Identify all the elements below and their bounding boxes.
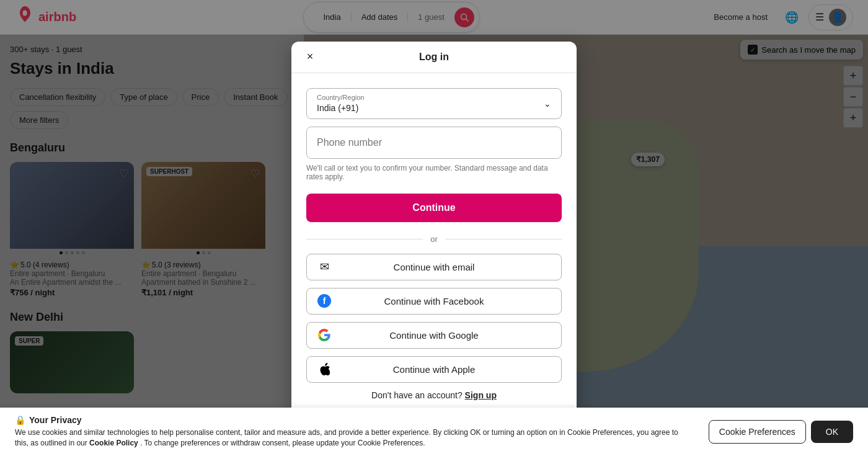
signup-text: Don't have an account? Sign up: [306, 390, 562, 400]
cookie-ok-button[interactable]: OK: [811, 421, 853, 443]
phone-note: We'll call or text you to confirm your n…: [306, 164, 562, 181]
login-modal: × Log in Country/Region India (+91) ⌄ We…: [291, 42, 577, 415]
chevron-down-icon: ⌄: [544, 99, 551, 109]
email-button-label: Continue with email: [317, 262, 551, 272]
divider-text: or: [430, 235, 438, 244]
apple-icon: [317, 362, 332, 377]
divider-line-right: [445, 239, 562, 239]
country-selector[interactable]: Country/Region India (+91) ⌄: [306, 88, 562, 119]
or-divider: or: [306, 235, 562, 244]
cookie-header: 🔒 Your Privacy: [15, 415, 694, 425]
facebook-button-label: Continue with Facebook: [317, 296, 551, 306]
cookie-text: We use cookies and similar technologies …: [15, 427, 694, 449]
continue-button[interactable]: Continue: [306, 194, 562, 222]
modal-close-button[interactable]: ×: [301, 48, 319, 66]
country-value: India (+91): [317, 103, 358, 113]
modal-title: Log in: [419, 51, 449, 63]
cookie-policy-link[interactable]: Cookie Policy: [89, 439, 138, 447]
continue-apple-button[interactable]: Continue with Apple: [306, 356, 562, 383]
facebook-icon: f: [317, 293, 332, 308]
apple-button-label: Continue with Apple: [317, 364, 551, 375]
phone-input[interactable]: [307, 127, 561, 158]
cookie-bar: 🔒 Your Privacy We use cookies and simila…: [0, 408, 868, 456]
continue-facebook-button[interactable]: f Continue with Facebook: [306, 288, 562, 315]
modal-body: Country/Region India (+91) ⌄ We'll call …: [291, 73, 577, 415]
continue-email-button[interactable]: ✉ Continue with email: [306, 254, 562, 280]
divider-line-left: [306, 239, 423, 239]
email-icon: ✉: [317, 259, 332, 274]
signup-link[interactable]: Sign up: [465, 390, 497, 400]
cookie-preferences-button[interactable]: Cookie Preferences: [709, 420, 806, 444]
lock-icon: 🔒: [15, 415, 25, 425]
continue-google-button[interactable]: Continue with Google: [306, 322, 562, 349]
cookie-buttons: Cookie Preferences OK: [709, 420, 853, 444]
phone-input-wrapper: [306, 127, 562, 159]
cookie-content: 🔒 Your Privacy We use cookies and simila…: [15, 415, 694, 449]
google-button-label: Continue with Google: [317, 330, 551, 341]
modal-header: × Log in: [291, 42, 577, 73]
google-icon: [317, 328, 332, 342]
country-label: Country/Region: [317, 94, 551, 101]
cookie-title: Your Privacy: [29, 415, 82, 425]
